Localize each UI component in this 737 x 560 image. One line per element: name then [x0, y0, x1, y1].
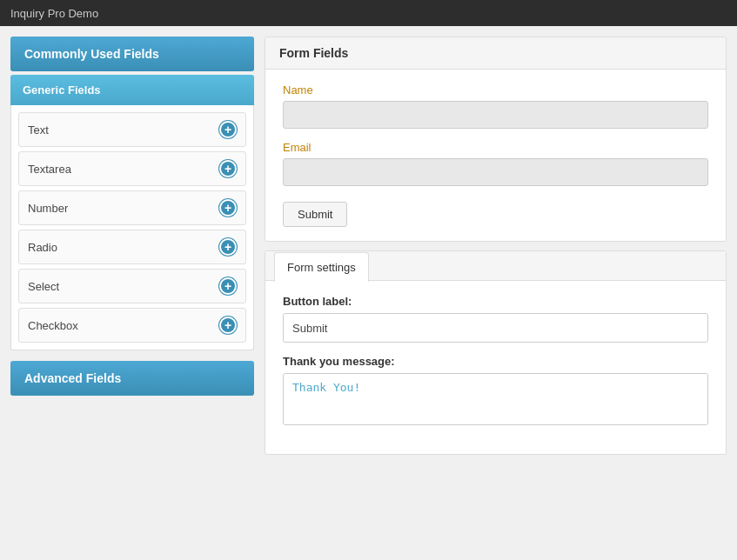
- form-fields-box: Form Fields Name Email Submit: [265, 37, 727, 242]
- thankyou-label-text: Thank you message:: [283, 355, 708, 368]
- thankyou-textarea[interactable]: Thank You!: [283, 373, 708, 425]
- sidebar: Commonly Used Fields Generic Fields Text…: [10, 37, 254, 550]
- field-item-checkbox-label: Checkbox: [28, 319, 78, 332]
- email-input[interactable]: [283, 158, 708, 186]
- field-item-number-label: Number: [28, 202, 68, 215]
- add-checkbox-icon[interactable]: +: [219, 317, 237, 334]
- commonly-used-fields-header[interactable]: Commonly Used Fields: [10, 37, 254, 71]
- field-item-select[interactable]: Select +: [18, 269, 246, 303]
- field-item-checkbox[interactable]: Checkbox +: [18, 308, 246, 343]
- field-item-text-label: Text: [28, 123, 49, 137]
- name-label: Name: [283, 83, 708, 97]
- name-input[interactable]: [283, 101, 708, 129]
- add-text-icon[interactable]: +: [219, 121, 237, 138]
- form-fields-header: Form Fields: [265, 37, 726, 70]
- field-item-radio[interactable]: Radio +: [18, 230, 246, 264]
- field-item-textarea[interactable]: Textarea +: [18, 151, 246, 186]
- form-settings-box: Form settings Button label: Thank you me…: [265, 250, 727, 455]
- add-select-icon[interactable]: +: [219, 277, 237, 295]
- name-field-group: Name: [283, 83, 708, 129]
- add-number-icon[interactable]: +: [219, 199, 237, 217]
- topbar: Inquiry Pro Demo: [0, 0, 737, 26]
- generic-fields-section: Generic Fields Text + Textarea + Number …: [10, 75, 254, 350]
- email-label: Email: [283, 141, 708, 154]
- generic-fields-label: Generic Fields: [10, 75, 254, 105]
- field-item-textarea-label: Textarea: [28, 163, 71, 176]
- email-field-group: Email: [283, 141, 708, 186]
- button-label-group: Button label:: [283, 295, 708, 343]
- advanced-fields-header[interactable]: Advanced Fields: [10, 361, 254, 396]
- add-textarea-icon[interactable]: +: [219, 160, 237, 177]
- add-radio-icon[interactable]: +: [219, 238, 237, 256]
- button-label-input[interactable]: [283, 313, 708, 343]
- tab-form-settings[interactable]: Form settings: [274, 252, 369, 282]
- button-label-text: Button label:: [283, 295, 708, 308]
- tabs-bar: Form settings: [265, 251, 726, 281]
- field-item-text[interactable]: Text +: [18, 112, 246, 147]
- submit-button[interactable]: Submit: [283, 202, 347, 227]
- thankyou-message-group: Thank you message: Thank You!: [283, 355, 708, 428]
- topbar-title: Inquiry Pro Demo: [10, 7, 98, 20]
- field-item-radio-label: Radio: [28, 241, 57, 254]
- field-item-select-label: Select: [28, 280, 59, 293]
- right-panel: Form Fields Name Email Submit F: [265, 37, 727, 550]
- field-item-number[interactable]: Number +: [18, 190, 246, 225]
